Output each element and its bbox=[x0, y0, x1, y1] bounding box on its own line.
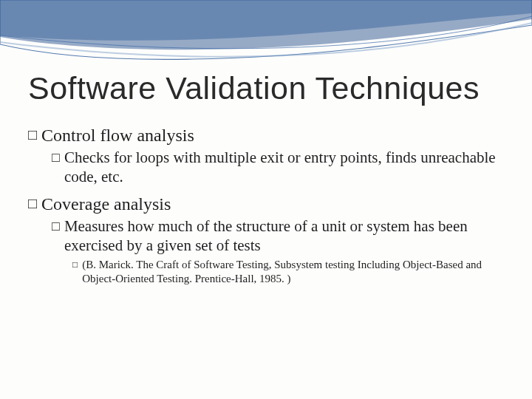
bullet-icon: □ bbox=[28, 194, 37, 213]
slide-content: Software Validation Techniques □ Control… bbox=[28, 70, 510, 286]
bullet-icon: □ bbox=[52, 149, 60, 166]
bullet-text: Control flow analysis bbox=[41, 124, 510, 146]
bullet-text: Measures how much of the structure of a … bbox=[64, 216, 510, 256]
bullet-icon: □ bbox=[72, 259, 78, 270]
bullet-icon: □ bbox=[28, 126, 37, 144]
bullet-text: Coverage analysis bbox=[41, 193, 510, 215]
bullet-text: Checks for loops with multiple exit or e… bbox=[64, 148, 510, 187]
bullet-level2: □ Checks for loops with multiple exit or… bbox=[52, 148, 510, 187]
bullet-level2: □ Measures how much of the structure of … bbox=[52, 216, 510, 256]
bullet-level1: □ Coverage analysis bbox=[28, 193, 510, 215]
header-wave-decoration bbox=[0, 0, 532, 74]
bullet-level3: □ (B. Marick. The Craft of Software Test… bbox=[72, 258, 510, 286]
bullet-level1: □ Control flow analysis bbox=[28, 124, 510, 146]
bullet-text: (B. Marick. The Craft of Software Testin… bbox=[82, 258, 510, 286]
slide-title: Software Validation Techniques bbox=[28, 70, 510, 106]
bullet-icon: □ bbox=[52, 218, 60, 235]
